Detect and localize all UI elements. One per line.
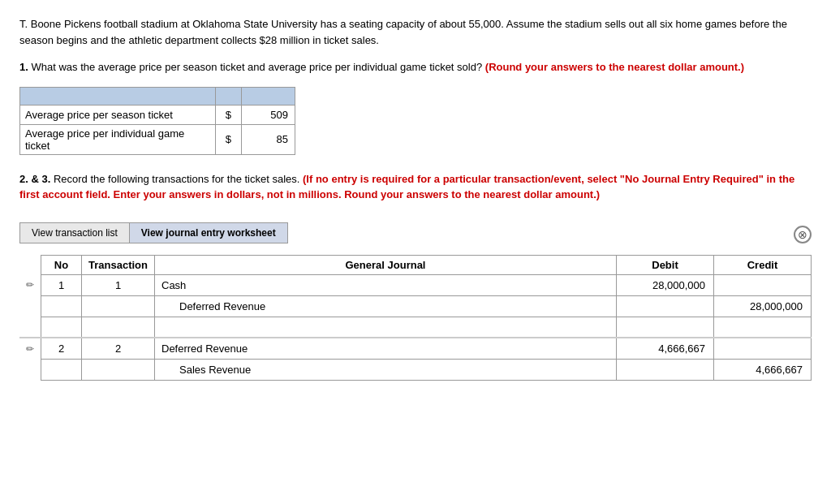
price-table-header-value bbox=[242, 87, 295, 105]
journal-table: No Transaction General Journal Debit Cre… bbox=[19, 255, 812, 381]
price-row-dollar: $ bbox=[215, 105, 242, 124]
view-buttons: View transaction list View journal entry… bbox=[19, 222, 288, 243]
journal-transaction bbox=[82, 317, 155, 338]
journal-row: Sales Revenue4,666,667 bbox=[19, 359, 812, 380]
close-button[interactable]: ⊗ bbox=[794, 226, 812, 243]
journal-no bbox=[41, 359, 82, 380]
th-pencil-space bbox=[19, 255, 41, 274]
pencil-icon-cell bbox=[19, 359, 41, 380]
pencil-icon-cell bbox=[19, 317, 41, 338]
journal-row: Deferred Revenue28,000,000 bbox=[19, 295, 812, 317]
journal-transaction bbox=[82, 295, 155, 317]
view-journal-button[interactable]: View journal entry worksheet bbox=[129, 222, 288, 243]
view-transaction-button[interactable]: View transaction list bbox=[19, 222, 129, 243]
journal-no bbox=[41, 295, 82, 317]
journal-credit[interactable] bbox=[714, 274, 812, 295]
journal-row: ✏22Deferred Revenue4,666,667 bbox=[19, 338, 812, 359]
intro-text: T. Boone Pickens football stadium at Okl… bbox=[19, 16, 812, 48]
journal-row: ✏11Cash28,000,000 bbox=[19, 274, 812, 295]
journal-debit[interactable]: 4,666,667 bbox=[617, 338, 714, 359]
question1: 1. What was the average price per season… bbox=[19, 59, 812, 75]
journal-debit[interactable] bbox=[617, 295, 714, 317]
journal-transaction: 1 bbox=[82, 274, 155, 295]
price-row-label: Average price per season ticket bbox=[20, 105, 216, 124]
journal-account[interactable] bbox=[155, 317, 617, 338]
pencil-icon-cell bbox=[19, 295, 41, 317]
journal-credit[interactable]: 4,666,667 bbox=[714, 359, 812, 380]
journal-account[interactable]: Sales Revenue bbox=[155, 359, 617, 380]
question2: 2. & 3. Record the following transaction… bbox=[19, 171, 812, 203]
journal-debit[interactable]: 28,000,000 bbox=[617, 274, 714, 295]
journal-transaction: 2 bbox=[82, 338, 155, 359]
journal-credit[interactable] bbox=[714, 338, 812, 359]
button-row: View transaction list View journal entry… bbox=[19, 214, 812, 255]
th-debit: Debit bbox=[617, 255, 714, 274]
price-row-label: Average price per individual game ticket bbox=[20, 124, 216, 154]
journal-credit[interactable]: 28,000,000 bbox=[714, 295, 812, 317]
journal-row bbox=[19, 317, 812, 338]
journal-account[interactable]: Deferred Revenue bbox=[155, 295, 617, 317]
journal-account[interactable]: Deferred Revenue bbox=[155, 338, 617, 359]
th-no: No bbox=[41, 255, 82, 274]
journal-account[interactable]: Cash bbox=[155, 274, 617, 295]
journal-debit[interactable] bbox=[617, 317, 714, 338]
th-credit: Credit bbox=[714, 255, 812, 274]
price-table-row: Average price per individual game ticket… bbox=[20, 124, 295, 154]
pencil-icon-cell[interactable]: ✏ bbox=[19, 338, 41, 359]
price-table-header-dollar bbox=[215, 87, 242, 105]
price-table-row: Average price per season ticket $ 509 bbox=[20, 105, 295, 124]
price-row-dollar: $ bbox=[215, 124, 242, 154]
journal-transaction bbox=[82, 359, 155, 380]
price-table: Average price per season ticket $ 509 Av… bbox=[19, 87, 295, 155]
journal-no: 1 bbox=[41, 274, 82, 295]
price-row-value: 85 bbox=[242, 124, 295, 154]
th-transaction: Transaction bbox=[82, 255, 155, 274]
journal-debit[interactable] bbox=[617, 359, 714, 380]
journal-no: 2 bbox=[41, 338, 82, 359]
price-row-value: 509 bbox=[242, 105, 295, 124]
pencil-icon-cell[interactable]: ✏ bbox=[19, 274, 41, 295]
th-general-journal: General Journal bbox=[155, 255, 617, 274]
price-table-header-empty bbox=[20, 87, 216, 105]
journal-no bbox=[41, 317, 82, 338]
journal-credit[interactable] bbox=[714, 317, 812, 338]
